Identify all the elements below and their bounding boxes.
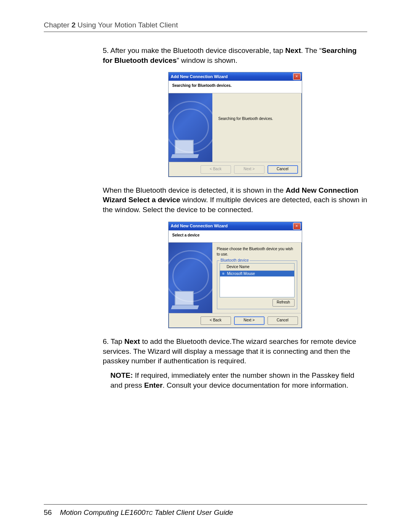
- step-5-next: Next: [285, 46, 301, 54]
- group-legend: Bluetooth device: [220, 258, 250, 263]
- step-6-number: 6.: [103, 337, 109, 345]
- wizard1-title: Add New Connection Wizard: [171, 74, 228, 80]
- step-5-number: 5.: [103, 46, 109, 54]
- wizard1-status-text: Searching for Bluetooth devices.: [218, 116, 297, 121]
- footer-tc: TC: [145, 510, 153, 516]
- wizard1-titlebar[interactable]: Add New Connection Wizard ×: [169, 72, 302, 81]
- footer-a: Motion Computing LE1600: [60, 508, 145, 516]
- chapter-heading: Chapter 2 Using Your Motion Tablet Clien…: [44, 21, 367, 32]
- wizard2-titlebar[interactable]: Add New Connection Wizard ×: [169, 222, 302, 230]
- bluetooth-device-group: Bluetooth device Device Name B Microsoft…: [217, 260, 297, 309]
- step-6-next: Next: [124, 337, 140, 345]
- wizard-searching-window: Add New Connection Wizard × Searching fo…: [168, 72, 302, 177]
- device-list[interactable]: Device Name B Microsoft Mouse: [220, 263, 295, 297]
- note-label: NOTE:: [110, 371, 133, 379]
- note-block: NOTE: If required, immediately enter the…: [110, 371, 367, 390]
- device-row-selected[interactable]: B Microsoft Mouse: [220, 271, 294, 277]
- chapter-number: 2: [72, 21, 76, 29]
- mid-a: When the Bluetooth device is detected, i…: [103, 186, 286, 194]
- close-icon[interactable]: ×: [293, 223, 301, 230]
- wizard2-instruction: Please choose the Bluetooth device you w…: [217, 246, 297, 257]
- step-5-text-a: After you make the Bluetooth device disc…: [110, 46, 285, 54]
- back-button[interactable]: < Back: [201, 316, 231, 325]
- cancel-button[interactable]: Cancel: [268, 165, 298, 174]
- device-name-column[interactable]: Device Name: [220, 264, 294, 271]
- wizard2-side-graphic: [169, 243, 212, 313]
- chapter-label: Chapter: [44, 21, 70, 29]
- step-6-b: to add the Bluetooth device.The wizard s…: [103, 337, 356, 365]
- device-row-label: Microsoft Mouse: [227, 271, 255, 276]
- wizard1-side-graphic: [169, 93, 212, 162]
- bluetooth-icon: B: [221, 272, 226, 276]
- wizard-select-device-window: Add New Connection Wizard × Select a dev…: [168, 222, 302, 329]
- wizard2-header: Select a device: [169, 230, 302, 243]
- step-5-text-c: ” window is shown.: [177, 56, 237, 64]
- note-enter: Enter: [144, 381, 163, 389]
- note-b: . Consult your device documentation for …: [162, 381, 348, 389]
- wizard2-title: Add New Connection Wizard: [171, 223, 228, 229]
- page-number: 56: [44, 508, 52, 516]
- step-5-text-b: . The “: [301, 46, 322, 54]
- refresh-button[interactable]: Refresh: [272, 299, 295, 307]
- page-footer: 56 Motion Computing LE1600TC Tablet Clie…: [44, 504, 367, 517]
- chapter-title: Using Your Motion Tablet Client: [78, 21, 178, 29]
- step-5: 5. After you make the Bluetooth device d…: [103, 46, 367, 65]
- laptop-icon: [172, 291, 198, 309]
- step-6: 6. Tap Next to add the Bluetooth device.…: [103, 337, 367, 366]
- mid-paragraph: When the Bluetooth device is detected, i…: [103, 185, 367, 215]
- next-button[interactable]: Next >: [234, 316, 264, 325]
- cancel-button[interactable]: Cancel: [268, 316, 298, 325]
- laptop-icon: [172, 140, 198, 158]
- footer-b: Tablet Client User Guide: [153, 508, 233, 516]
- wizard1-header: Searching for Bluetooth devices.: [169, 81, 302, 93]
- back-button: < Back: [201, 165, 231, 174]
- step-6-a: Tap: [111, 337, 124, 345]
- next-button: Next >: [234, 165, 264, 174]
- close-icon[interactable]: ×: [293, 73, 301, 80]
